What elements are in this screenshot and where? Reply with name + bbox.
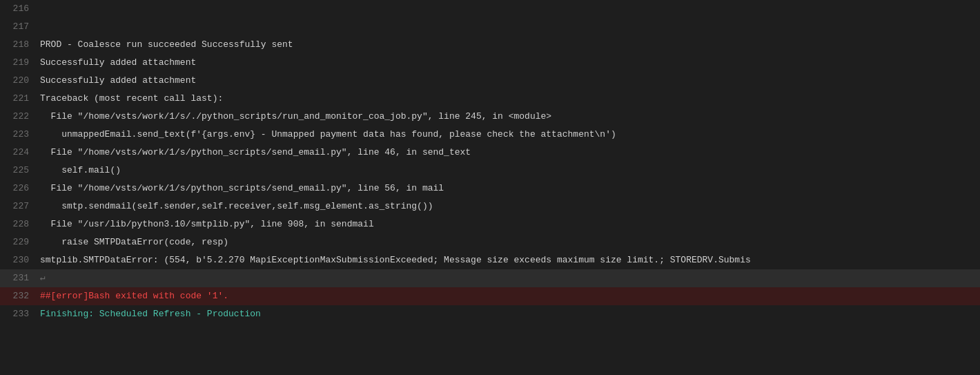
line-content: raise SMTPDataError(code, resp) — [40, 233, 980, 251]
line-content: Successfully added attachment — [40, 54, 980, 72]
line-number: 218 — [0, 36, 40, 54]
code-line: 216 — [0, 0, 980, 18]
code-line: 219Successfully added attachment — [0, 54, 980, 72]
code-line: 220Successfully added attachment — [0, 72, 980, 90]
code-line: 217 — [0, 18, 980, 36]
code-line: 233Finishing: Scheduled Refresh - Produc… — [0, 305, 980, 323]
line-number: 228 — [0, 215, 40, 233]
code-line: 225 self.mail() — [0, 162, 980, 180]
code-line: 223 unmappedEmail.send_text(f'{args.env}… — [0, 126, 980, 144]
line-number: 221 — [0, 90, 40, 108]
line-number: 225 — [0, 162, 40, 180]
line-content: smtplib.SMTPDataError: (554, b'5.2.270 M… — [40, 251, 980, 269]
line-number: 219 — [0, 54, 40, 72]
code-line: 232##[error]Bash exited with code '1'. — [0, 287, 980, 305]
line-content: ##[error]Bash exited with code '1'. — [40, 287, 980, 305]
line-number: 232 — [0, 287, 40, 305]
line-number: 224 — [0, 144, 40, 162]
code-line: 230smtplib.SMTPDataError: (554, b'5.2.27… — [0, 251, 980, 269]
line-number: 233 — [0, 305, 40, 323]
line-content: Successfully added attachment — [40, 72, 980, 90]
line-content: Finishing: Scheduled Refresh - Productio… — [40, 305, 980, 323]
line-content: File "/home/vsts/work/1/s/python_scripts… — [40, 180, 980, 198]
line-number: 227 — [0, 198, 40, 215]
code-line: 227 smtp.sendmail(self.sender,self.recei… — [0, 198, 980, 215]
line-number: 231 — [0, 269, 40, 287]
line-content: File "/home/vsts/work/1/s/python_scripts… — [40, 144, 980, 162]
line-content: smtp.sendmail(self.sender,self.receiver,… — [40, 198, 980, 215]
line-number: 229 — [0, 233, 40, 251]
code-line: 231↵ — [0, 269, 980, 287]
code-line: 229 raise SMTPDataError(code, resp) — [0, 233, 980, 251]
line-number: 226 — [0, 180, 40, 198]
code-line: 218PROD - Coalesce run succeeded Success… — [0, 36, 980, 54]
line-number: 217 — [0, 18, 40, 36]
line-content: PROD - Coalesce run succeeded Successful… — [40, 36, 980, 54]
code-line: 226 File "/home/vsts/work/1/s/python_scr… — [0, 180, 980, 198]
code-line: 224 File "/home/vsts/work/1/s/python_scr… — [0, 144, 980, 162]
code-line: 228 File "/usr/lib/python3.10/smtplib.py… — [0, 215, 980, 233]
line-content: ↵ — [40, 269, 980, 287]
line-content: unmappedEmail.send_text(f'{args.env} - U… — [40, 126, 980, 144]
line-number: 216 — [0, 0, 40, 18]
line-number: 220 — [0, 72, 40, 90]
line-number: 223 — [0, 126, 40, 144]
line-content: File "/usr/lib/python3.10/smtplib.py", l… — [40, 215, 980, 233]
line-number: 230 — [0, 251, 40, 269]
line-content: self.mail() — [40, 162, 980, 180]
code-output: 216217218PROD - Coalesce run succeeded S… — [0, 0, 980, 375]
line-content: File "/home/vsts/work/1/s/./python_scrip… — [40, 108, 980, 126]
code-line: 221Traceback (most recent call last): — [0, 90, 980, 108]
code-line: 222 File "/home/vsts/work/1/s/./python_s… — [0, 108, 980, 126]
line-number: 222 — [0, 108, 40, 126]
line-content: Traceback (most recent call last): — [40, 90, 980, 108]
